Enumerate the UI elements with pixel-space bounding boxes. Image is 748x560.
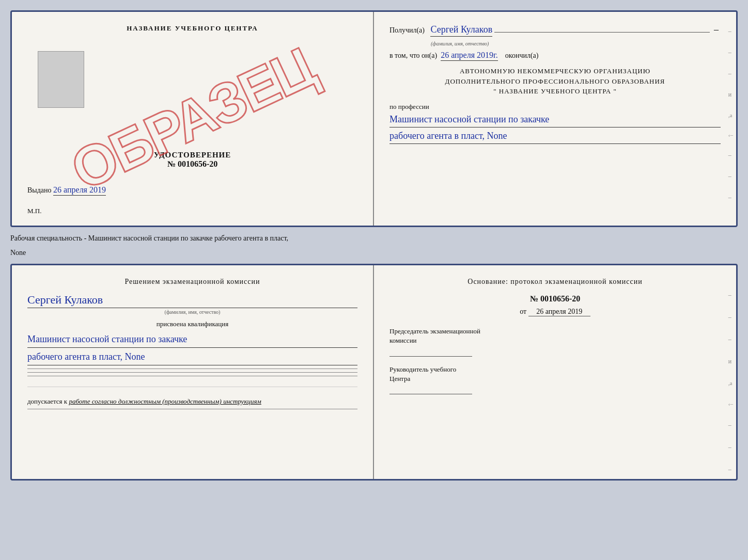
right-dashes-bottom: – – – и ,а ‹– – – – – [728,291,733,481]
certificate-top: НАЗВАНИЕ УЧЕБНОГО ЦЕНТРА ОБРАЗЕЦ УДОСТОВ… [10,10,738,227]
profession-line1: Машинист насосной станции по закачке [389,113,721,127]
page-wrapper: НАЗВАНИЕ УЧЕБНОГО ЦЕНТРА ОБРАЗЕЦ УДОСТОВ… [10,10,738,481]
vydano-label: Выдано [27,186,52,194]
vtom-label: в том, что он(а) [389,52,437,59]
right-dashes-top: – – – и ,а ‹– – – – [728,27,733,201]
prisvoena-text: присвоена квалификация [27,320,357,328]
udostoverenie-title: УДОСТОВЕРЕНИЕ [154,151,231,159]
resheniem-text: Решением экзаменационной комиссии [27,278,357,286]
osnov-text: Основание: протокол экзаменационной коми… [389,278,721,286]
dopuskaetsya-block: допускается к работе согласно должностны… [27,387,357,406]
predsedatel-signature-line [389,356,472,357]
bottom-name: Сергей Кулаков [27,293,357,308]
poluchil-label: Получил(а) [389,26,425,35]
bottom-fio-hint: (фамилия, имя, отчество) [27,309,357,315]
org-line2: ДОПОЛНИТЕЛЬНОГО ПРОФЕССИОНАЛЬНОГО ОБРАЗО… [389,76,721,87]
rukovoditel-block: Руководитель учебного Центра [389,365,721,394]
poluchil-line: Получил(а) Сергей Кулаков – [389,24,721,37]
cert-top-left: НАЗВАНИЕ УЧЕБНОГО ЦЕНТРА ОБРАЗЕЦ УДОСТОВ… [12,12,374,226]
rukovoditel-label: Руководитель учебного Центра [389,365,721,383]
rukovoditel-signature-line [389,394,472,394]
kvalif-line1: Машинист насосной станции по закачке [27,332,357,348]
caption-text2: None [10,246,738,260]
protocol-number: № 0010656-20 [389,294,721,303]
predsedatel-block: Председатель экзаменационной комиссии [389,327,721,356]
okonchil-label: окончил(а) [505,52,539,59]
po-professii: по профессии [389,103,721,111]
ot-date-value: 26 апреля 2019 [528,308,590,316]
vydano-line: Выдано 26 апреля 2019 [27,185,106,195]
poluchil-fio-hint: (фамилия, имя, отчество) [431,41,489,46]
dopuskaetsya-text: допускается к работе согласно должностны… [27,397,357,406]
vtom-date: 26 апреля 2019г. [441,51,498,61]
cert-bottom-left: Решением экзаменационной комиссии Сергей… [12,265,374,479]
udostoverenie-number: № 0010656-20 [154,159,231,169]
rukovoditel-text: Руководитель учебного [389,365,456,373]
org-block: АВТОНОМНУЮ НЕКОММЕРЧЕСКУЮ ОРГАНИЗАЦИЮ ДО… [389,66,721,97]
predsedatel-text: Председатель экзаменационной [389,327,480,335]
org-line1: АВТОНОМНУЮ НЕКОММЕРЧЕСКУЮ ОРГАНИЗАЦИЮ [389,66,721,76]
kvalif-line2: рабочего агента в пласт, None [27,350,357,365]
cert-top-title: НАЗВАНИЕ УЧЕБНОГО ЦЕНТРА [127,24,258,33]
poluchil-name: Сергей Кулаков [430,24,492,37]
centra-text: Центра [389,375,410,382]
udostoverenie-block: УДОСТОВЕРЕНИЕ № 0010656-20 [154,151,231,169]
vtom-line: в том, что он(а) 26 апреля 2019г. окончи… [389,51,721,60]
dopuskaetsya-work: работе согласно должностным (производств… [69,397,261,405]
cert-top-right: Получил(а) Сергей Кулаков – (фамилия, им… [374,12,736,226]
cert-bottom-right: Основание: протокол экзаменационной коми… [374,265,736,479]
caption-block: Рабочая специальность - Машинист насосно… [10,231,738,260]
ot-label: от [520,308,526,315]
org-line3: " НАЗВАНИЕ УЧЕБНОГО ЦЕНТРА " [389,86,721,97]
photo-placeholder [38,51,84,108]
profession-line2: рабочего агента в пласт, None [389,130,721,144]
komisii-text: комиссии [389,337,417,344]
ot-date: от 26 апреля 2019 [389,308,721,316]
vydano-date: 26 апреля 2019 [53,185,106,196]
certificate-bottom: Решением экзаменационной комиссии Сергей… [10,264,738,481]
mp-line: М.П. [27,207,41,215]
predsedatel-label: Председатель экзаменационной комиссии [389,327,721,345]
dopuskaetsya-label: допускается к [27,397,67,405]
caption-text1: Рабочая специальность - Машинист насосно… [10,231,738,246]
